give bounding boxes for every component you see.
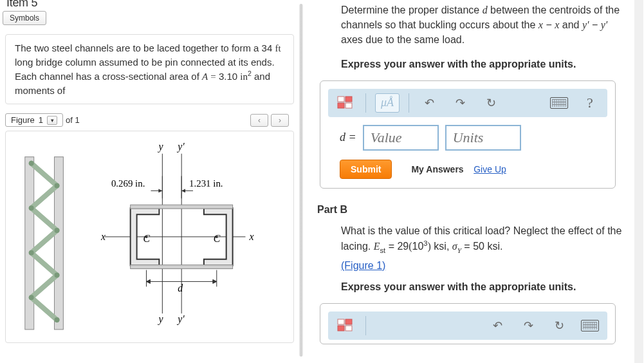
partb-toolbar: ↶ ↷ ↻ bbox=[328, 312, 607, 340]
svg-rect-0 bbox=[25, 157, 34, 330]
partb-express: Express your answer with the appropriate… bbox=[341, 279, 630, 294]
svg-rect-26 bbox=[338, 97, 344, 102]
figure-dropdown-icon[interactable]: ▾ bbox=[47, 116, 57, 125]
svg-point-5 bbox=[54, 228, 59, 233]
svg-rect-28 bbox=[338, 103, 344, 108]
svg-rect-30 bbox=[338, 319, 344, 324]
help-icon[interactable]: ? bbox=[579, 93, 601, 113]
centroid-c-left: C bbox=[143, 233, 151, 244]
svg-rect-29 bbox=[345, 103, 352, 108]
svg-rect-18 bbox=[131, 265, 233, 269]
dim-right: 1.231 in. bbox=[189, 178, 223, 189]
figure-tab[interactable]: Figure 1 ▾ bbox=[5, 113, 63, 127]
axis-yp-bot: y′ bbox=[176, 313, 185, 325]
svg-point-2 bbox=[29, 161, 34, 166]
partb-figure-link[interactable]: (Figure 1) bbox=[341, 258, 630, 273]
svg-point-20 bbox=[216, 236, 218, 238]
parta-variable: d = bbox=[340, 131, 356, 144]
value-input[interactable] bbox=[363, 125, 439, 151]
redo-icon[interactable]: ↷ bbox=[449, 93, 471, 113]
parta-toolbar: μÅ ↶ ↷ ↻ ? bbox=[328, 89, 607, 117]
template-icon[interactable] bbox=[335, 316, 356, 335]
units-input[interactable] bbox=[445, 125, 521, 151]
axis-x-left: x bbox=[100, 231, 106, 242]
submit-button[interactable]: Submit bbox=[340, 160, 392, 179]
problem-statement: The two steel channels are to be laced t… bbox=[5, 34, 294, 104]
svg-rect-31 bbox=[345, 319, 352, 324]
partb-prompt: What is the value of this critical load?… bbox=[341, 223, 630, 256]
parta-prompt: Determine the proper distance d between … bbox=[341, 3, 630, 48]
reset-icon[interactable]: ↻ bbox=[480, 93, 502, 113]
units-mode-button[interactable]: μÅ bbox=[375, 93, 400, 113]
undo-icon[interactable]: ↶ bbox=[486, 316, 508, 335]
redo-icon[interactable]: ↷ bbox=[517, 316, 539, 335]
partb-header: Part B bbox=[317, 204, 643, 216]
scrollbar[interactable] bbox=[634, 0, 643, 363]
item-title: Item 5 bbox=[0, 0, 299, 10]
figure-label: Figure bbox=[11, 115, 35, 125]
svg-rect-27 bbox=[345, 97, 352, 102]
reset-icon[interactable]: ↻ bbox=[548, 316, 570, 335]
keyboard-icon[interactable] bbox=[579, 316, 601, 335]
keyboard-icon[interactable] bbox=[548, 93, 570, 113]
svg-point-4 bbox=[29, 205, 34, 210]
svg-marker-25 bbox=[213, 279, 217, 283]
centroid-c-right: C bbox=[214, 233, 221, 244]
figure-prev-button[interactable]: ‹ bbox=[250, 114, 268, 127]
figure-header: Figure 1 ▾ of 1 ‹ › bbox=[5, 113, 294, 127]
template-icon[interactable] bbox=[335, 93, 356, 113]
dim-d: d bbox=[178, 283, 183, 293]
give-up-link[interactable]: Give Up bbox=[474, 164, 506, 174]
svg-rect-17 bbox=[131, 205, 233, 209]
figure-area: x x y y y′ y′ 0.269 in. 1.231 in. bbox=[5, 131, 294, 343]
parta-express: Express your answer with the appropriate… bbox=[341, 57, 630, 71]
svg-point-8 bbox=[29, 295, 34, 300]
symbols-button[interactable]: Symbols bbox=[3, 11, 46, 25]
parta-answer-box: μÅ ↶ ↷ ↻ ? d = Submit My Answers Give Up bbox=[320, 80, 616, 189]
svg-point-19 bbox=[145, 236, 148, 238]
axis-y-bot: y bbox=[157, 313, 163, 325]
svg-point-9 bbox=[54, 317, 59, 322]
panel-divider[interactable] bbox=[299, 4, 303, 357]
svg-marker-24 bbox=[147, 279, 151, 283]
axis-yp-top: y′ bbox=[176, 141, 185, 153]
svg-rect-33 bbox=[345, 326, 352, 331]
svg-point-3 bbox=[54, 183, 59, 188]
undo-icon[interactable]: ↶ bbox=[418, 93, 440, 113]
my-answers-label: My Answers bbox=[411, 164, 463, 174]
svg-point-6 bbox=[29, 250, 34, 256]
figure-index: 1 bbox=[39, 115, 43, 125]
svg-point-7 bbox=[54, 273, 59, 278]
partb-answer-box: ↶ ↷ ↻ bbox=[320, 303, 616, 344]
axis-x-right: x bbox=[248, 231, 253, 242]
figure-next-button[interactable]: › bbox=[271, 114, 289, 127]
svg-rect-32 bbox=[338, 326, 344, 331]
figure-of-label: of 1 bbox=[66, 115, 80, 125]
axis-y-top: y bbox=[157, 141, 163, 153]
dim-left: 0.269 in. bbox=[111, 178, 145, 189]
